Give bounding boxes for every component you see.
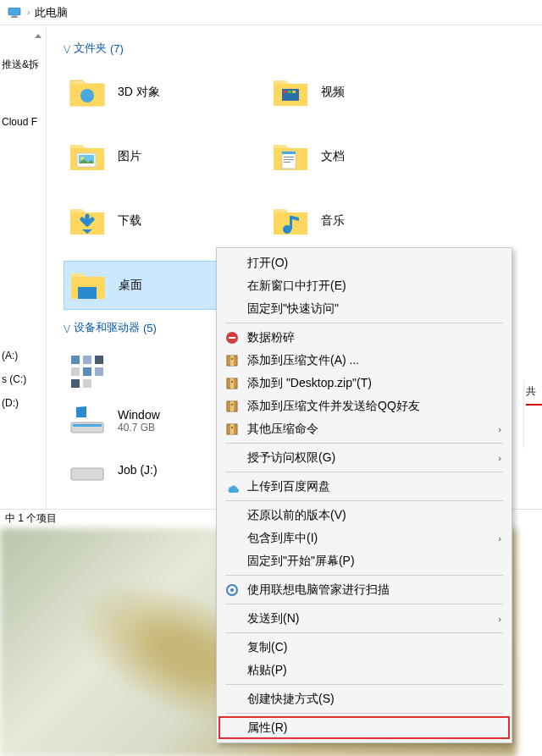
svg-rect-28 [73, 424, 102, 427]
archive-icon [224, 375, 241, 392]
sidebar-item[interactable]: (D:) [0, 394, 46, 412]
svg-point-3 [80, 89, 94, 102]
menu-item[interactable]: 复制(C) [218, 636, 510, 659]
chevron-down-icon: ⋁ [64, 44, 70, 53]
breadcrumb-label[interactable]: 此电脑 [35, 5, 68, 20]
folder-music[interactable]: 音乐 [267, 196, 470, 246]
sidebar-item[interactable]: (A:) [0, 346, 46, 365]
menu-item[interactable]: 数据粉碎 [218, 326, 510, 349]
folder-icon [67, 72, 108, 113]
menu-item-label: 属性(R) [247, 720, 287, 736]
folder-videos[interactable]: 视频 [267, 68, 470, 117]
menu-separator [225, 443, 503, 444]
menu-item[interactable]: 打开(O) [218, 251, 510, 274]
svg-rect-0 [8, 8, 20, 14]
folder-icon [67, 136, 108, 177]
scan-icon [224, 582, 241, 599]
menu-item[interactable]: 创建快捷方式(S) [218, 687, 510, 710]
menu-item[interactable]: 固定到"快速访问" [218, 297, 510, 320]
menu-item-label: 复制(C) [247, 640, 287, 655]
pc-icon [7, 7, 22, 19]
menu-separator [225, 472, 503, 472]
menu-item-label: 其他压缩命令 [247, 422, 318, 437]
svg-rect-14 [284, 159, 294, 160]
svg-rect-39 [230, 378, 234, 389]
menu-item-label: 添加到压缩文件并发送给QQ好友 [247, 399, 420, 414]
menu-item[interactable]: 发送到(N)› [218, 607, 510, 630]
svg-rect-24 [95, 367, 103, 376]
menu-separator [225, 500, 503, 501]
menu-item[interactable]: 其他压缩命令› [218, 417, 510, 440]
svg-rect-40 [231, 381, 233, 383]
menu-item[interactable]: 粘贴(P) [218, 659, 510, 682]
svg-rect-1 [12, 15, 17, 16]
archive-icon [224, 421, 241, 438]
folder-3d-objects[interactable]: 3D 对象 [64, 68, 267, 117]
menu-item[interactable]: 添加到压缩文件并发送给QQ好友 [218, 395, 510, 417]
submenu-arrow-icon: › [498, 424, 501, 434]
red-circle-icon [224, 329, 241, 346]
menu-item[interactable]: 还原以前的版本(V) [218, 504, 510, 527]
address-bar[interactable]: › 此电脑 [0, 0, 542, 25]
svg-rect-17 [290, 216, 292, 229]
menu-separator [225, 323, 503, 323]
folder-downloads[interactable]: 下载 [64, 196, 267, 246]
drive-icon [67, 351, 108, 392]
menu-separator [225, 575, 503, 576]
menu-item[interactable]: 包含到库中(I)› [218, 527, 510, 549]
sidebar-item[interactable]: s (C:) [0, 370, 46, 389]
svg-rect-6 [288, 91, 291, 93]
folder-documents[interactable]: 文档 [267, 132, 470, 181]
scroll-up-icon[interactable] [32, 30, 44, 42]
drive-icon [67, 400, 108, 441]
svg-rect-5 [284, 91, 287, 93]
folder-icon [270, 201, 311, 241]
menu-item[interactable]: 属性(R) [218, 716, 510, 739]
folder-pictures[interactable]: 图片 [64, 132, 267, 181]
svg-rect-19 [71, 356, 80, 364]
menu-separator [225, 684, 503, 685]
svg-rect-22 [71, 367, 80, 376]
group-count: (5) [143, 322, 157, 334]
context-menu: 打开(O)在新窗口中打开(E)固定到"快速访问"数据粉碎添加到压缩文件(A) .… [216, 247, 512, 743]
menu-item[interactable]: 在新窗口中打开(E) [218, 274, 510, 297]
drive-icon [67, 450, 108, 490]
sidebar-item[interactable]: 推送&拆 [0, 54, 46, 75]
svg-rect-2 [11, 16, 18, 17]
breadcrumb-separator: › [27, 8, 30, 17]
menu-item[interactable]: 使用联想电脑管家进行扫描 [218, 578, 510, 601]
menu-item-label: 数据粉碎 [247, 330, 295, 345]
menu-item-label: 粘贴(P) [247, 663, 287, 678]
svg-rect-36 [230, 356, 234, 366]
svg-rect-27 [71, 422, 103, 433]
chevron-down-icon: ⋁ [64, 323, 70, 333]
menu-item-label: 添加到压缩文件(A) ... [247, 353, 359, 368]
side-panel: 共 [523, 381, 542, 449]
submenu-arrow-icon: › [498, 453, 501, 463]
svg-rect-7 [292, 91, 296, 93]
menu-item[interactable]: 添加到压缩文件(A) ... [218, 349, 510, 372]
svg-rect-26 [83, 379, 91, 388]
group-label: 设备和驱动器 [74, 320, 140, 335]
svg-rect-42 [230, 401, 234, 411]
menu-item-label: 发送到(N) [247, 611, 299, 626]
submenu-arrow-icon: › [498, 533, 501, 544]
menu-item[interactable]: 添加到 "Desktop.zip"(T) [218, 372, 510, 395]
folder-icon [270, 72, 311, 113]
svg-rect-18 [78, 287, 97, 299]
red-indicator [526, 402, 542, 406]
svg-rect-34 [229, 337, 235, 339]
folder-desktop[interactable]: 桌面 [64, 261, 236, 310]
archive-icon [224, 398, 241, 415]
menu-item[interactable]: 固定到"开始"屏幕(P) [218, 549, 510, 572]
menu-item[interactable]: 授予访问权限(G)› [218, 446, 510, 469]
menu-item-label: 在新窗口中打开(E) [247, 279, 346, 294]
menu-item-label: 固定到"快速访问" [247, 301, 339, 317]
svg-rect-32 [71, 468, 103, 480]
svg-rect-37 [231, 358, 233, 360]
menu-item[interactable]: 上传到百度网盘 [218, 475, 510, 498]
folder-icon [270, 136, 311, 177]
svg-rect-13 [284, 157, 294, 157]
group-folders[interactable]: ⋁ 文件夹 (7) [64, 41, 537, 56]
sidebar-item[interactable]: Cloud F [0, 113, 46, 131]
